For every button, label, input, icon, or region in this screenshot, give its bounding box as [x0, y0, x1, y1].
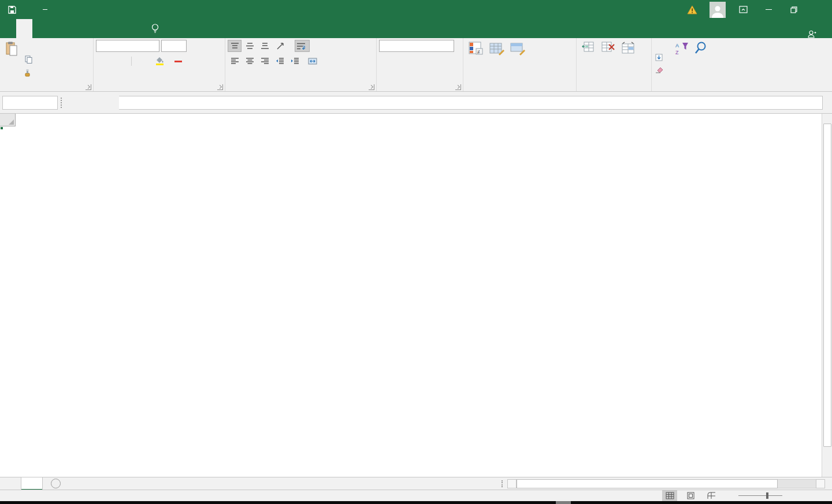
- font-size-select[interactable]: [161, 40, 187, 52]
- decrease-decimal-button[interactable]: [437, 55, 452, 68]
- increase-decimal-button[interactable]: [419, 55, 434, 68]
- decrease-indent-button[interactable]: [273, 55, 287, 67]
- page-layout-view-button[interactable]: [683, 490, 698, 501]
- delete-cells-button[interactable]: [599, 40, 618, 82]
- clear-button[interactable]: [654, 64, 670, 75]
- save-button[interactable]: [8, 6, 16, 14]
- cell-styles-icon: [510, 42, 525, 55]
- clipboard-dialog-launcher[interactable]: [86, 84, 91, 90]
- italic-button[interactable]: [107, 55, 117, 67]
- underline-button[interactable]: [118, 55, 128, 67]
- scroll-up-button[interactable]: [822, 114, 832, 124]
- tab-file[interactable]: [0, 19, 16, 38]
- align-top-button[interactable]: [228, 40, 242, 52]
- borders-button[interactable]: [135, 55, 151, 67]
- increase-font-size-button[interactable]: [188, 40, 202, 52]
- svg-text:≠: ≠: [477, 49, 480, 55]
- decrease-font-size-button[interactable]: [204, 40, 218, 52]
- font-dialog-launcher[interactable]: [217, 84, 223, 90]
- format-as-table-button[interactable]: [486, 40, 507, 82]
- tab-data[interactable]: [81, 19, 97, 38]
- clear-icon: [655, 66, 663, 73]
- svg-text:Z: Z: [675, 50, 679, 55]
- zoom-slider-thumb[interactable]: [766, 492, 768, 499]
- fill-handle[interactable]: [0, 126, 3, 130]
- tab-page-layout[interactable]: [49, 19, 65, 38]
- tab-home[interactable]: [16, 19, 32, 38]
- tab-review[interactable]: [97, 19, 113, 38]
- scroll-down-button[interactable]: [822, 467, 832, 477]
- selected-cell-outline[interactable]: [0, 126, 2, 129]
- paste-button[interactable]: [2, 40, 21, 82]
- align-middle-button[interactable]: [243, 40, 257, 52]
- share-button[interactable]: [808, 30, 832, 38]
- user-icon: [711, 4, 725, 18]
- font-name-select[interactable]: [96, 40, 159, 52]
- tab-insert[interactable]: [32, 19, 49, 38]
- alignment-dialog-launcher[interactable]: [369, 84, 374, 90]
- percent-style-button[interactable]: [396, 55, 407, 68]
- number-format-select[interactable]: [379, 40, 454, 52]
- close-button[interactable]: [807, 0, 832, 19]
- ribbon-display-options-button[interactable]: [730, 0, 756, 19]
- tab-formulas[interactable]: [65, 19, 81, 38]
- cut-button[interactable]: [23, 40, 40, 52]
- fill-color-button[interactable]: [152, 55, 169, 67]
- scroll-right-button[interactable]: [816, 479, 825, 488]
- align-bottom-button[interactable]: [258, 40, 272, 52]
- name-box-resize-handle[interactable]: [61, 98, 66, 108]
- normal-view-button[interactable]: [662, 490, 677, 501]
- tab-view[interactable]: [113, 19, 129, 38]
- horizontal-scroll-track[interactable]: [778, 479, 816, 488]
- page-break-preview-button[interactable]: [704, 490, 719, 501]
- orientation-button[interactable]: [273, 40, 290, 52]
- conditional-formatting-button[interactable]: ≠: [466, 40, 486, 82]
- scroll-left-button[interactable]: [507, 479, 517, 488]
- autosum-button[interactable]: [654, 40, 670, 51]
- format-painter-button[interactable]: [23, 66, 40, 79]
- find-select-button[interactable]: [692, 40, 710, 82]
- horizontal-scroll-thumb[interactable]: [517, 479, 778, 488]
- new-sheet-button[interactable]: [51, 479, 61, 488]
- select-all-corner[interactable]: [0, 114, 16, 126]
- align-center-button[interactable]: [243, 55, 257, 67]
- align-right-button[interactable]: [258, 55, 272, 67]
- sort-filter-button[interactable]: AZ: [672, 40, 692, 82]
- copy-button[interactable]: [23, 53, 40, 65]
- font-color-button[interactable]: [170, 55, 188, 67]
- screen-edge-strip: [0, 501, 832, 504]
- enter-button[interactable]: [86, 96, 102, 110]
- formula-input[interactable]: [119, 96, 823, 110]
- vertical-scrollbar[interactable]: [822, 114, 832, 477]
- comma-style-button[interactable]: [409, 55, 417, 68]
- fill-button[interactable]: [654, 52, 670, 63]
- insert-cells-button[interactable]: [579, 40, 599, 82]
- name-box[interactable]: [2, 96, 58, 110]
- align-center-icon: [246, 58, 254, 64]
- horizontal-scrollbar[interactable]: [502, 477, 832, 490]
- sheet-tab-worksheet[interactable]: [21, 477, 43, 490]
- align-left-button[interactable]: [228, 55, 242, 67]
- customize-quick-access-button[interactable]: [43, 9, 47, 10]
- account-avatar[interactable]: [710, 2, 726, 18]
- minimize-button[interactable]: [756, 0, 781, 19]
- merge-center-button[interactable]: [306, 55, 325, 67]
- restore-icon: [790, 6, 797, 13]
- cell-styles-button[interactable]: [507, 40, 528, 82]
- normal-view-icon: [666, 492, 674, 499]
- vertical-scroll-thumb[interactable]: [823, 124, 831, 447]
- accounting-format-button[interactable]: [379, 55, 394, 68]
- format-cells-button[interactable]: [618, 40, 638, 82]
- upload-pending-warning[interactable]: [679, 0, 705, 19]
- cancel-button[interactable]: [69, 96, 86, 110]
- restore-button[interactable]: [781, 0, 807, 19]
- bold-button[interactable]: [96, 55, 106, 67]
- tell-me-box[interactable]: [146, 19, 169, 38]
- increase-indent-button[interactable]: [288, 55, 302, 67]
- wrap-text-button[interactable]: [295, 40, 310, 52]
- zoom-slider[interactable]: [738, 495, 782, 496]
- tab-split-handle[interactable]: [502, 480, 503, 487]
- insert-function-button[interactable]: [102, 96, 118, 110]
- tab-help[interactable]: [129, 19, 146, 38]
- number-dialog-launcher[interactable]: [455, 84, 461, 90]
